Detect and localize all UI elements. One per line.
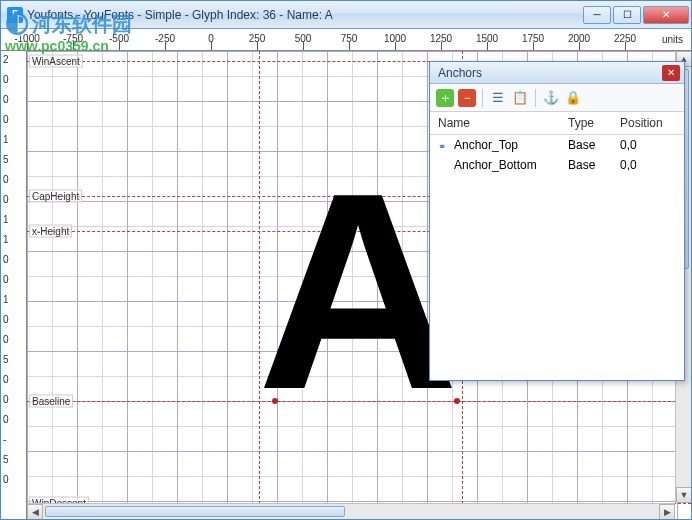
ruler-v-label: 5 (3, 154, 9, 165)
ruler-v-label: 1 (3, 234, 9, 245)
ruler-v-label: 0 (3, 174, 9, 185)
list-icon[interactable]: ☰ (489, 89, 507, 107)
app-window: F Youfonts - YouFonts - Simple - Glyph I… (0, 0, 692, 520)
maximize-button[interactable]: ☐ (613, 6, 641, 24)
anchor-icon[interactable]: ⚓ (542, 89, 560, 107)
ruler-v-label: 1 (3, 134, 9, 145)
scrollbar-horizontal[interactable]: ◀ ▶ (27, 503, 675, 519)
ruler-v-label: 0 (3, 314, 9, 325)
scroll-right-button[interactable]: ▶ (659, 504, 675, 519)
ruler-v-label: 1 (3, 214, 9, 225)
label-xheight: x-Height (29, 225, 72, 238)
panel-body: ⚭Anchor_Top Base 0,0 ⚭Anchor_Bottom Base… (430, 135, 684, 380)
ruler-v-label: 0 (3, 194, 9, 205)
anchor-type: Base (568, 138, 620, 152)
panel-close-button[interactable]: ✕ (662, 65, 680, 81)
col-position[interactable]: Position (620, 116, 676, 130)
link-icon: ⚭ (438, 141, 450, 149)
anchor-position: 0,0 (620, 138, 676, 152)
close-button[interactable]: ✕ (643, 6, 689, 24)
panel-column-headers: Name Type Position (430, 112, 684, 135)
anchor-position: 0,0 (620, 158, 676, 172)
ruler-vertical: 2000150011001005000-50 (1, 51, 27, 519)
anchor-point-left[interactable] (272, 398, 278, 404)
ruler-v-label: 0 (3, 114, 9, 125)
ruler-v-label: 0 (3, 74, 9, 85)
anchor-row[interactable]: ⚭Anchor_Bottom Base 0,0 (430, 155, 684, 175)
ruler-v-label: 0 (3, 254, 9, 265)
label-baseline: Baseline (29, 395, 73, 408)
app-icon: F (7, 7, 23, 23)
anchor-name: Anchor_Top (454, 138, 518, 152)
scroll-down-button[interactable]: ▼ (676, 487, 691, 503)
ruler-v-label: 2 (3, 54, 9, 65)
toolbar-separator-2 (535, 89, 536, 107)
ruler-v-label: 5 (3, 454, 9, 465)
ruler-v-label: 0 (3, 414, 9, 425)
anchor-row[interactable]: ⚭Anchor_Top Base 0,0 (430, 135, 684, 155)
scroll-thumb-h[interactable] (45, 506, 345, 517)
label-winascent: WinAscent (29, 55, 83, 68)
window-buttons: ─ ☐ ✕ (583, 6, 689, 24)
anchors-panel[interactable]: Anchors ✕ ＋ － ☰ 📋 ⚓ 🔒 Name Type Position… (429, 61, 685, 381)
anchor-name: Anchor_Bottom (454, 158, 537, 172)
lock-icon[interactable]: 🔒 (564, 89, 582, 107)
clipboard-icon[interactable]: 📋 (511, 89, 529, 107)
ruler-v-label: - (3, 434, 6, 445)
toolbar-separator (482, 89, 483, 107)
ruler-horizontal: units -1000-750-500-25002505007501000125… (1, 29, 691, 51)
titlebar[interactable]: F Youfonts - YouFonts - Simple - Glyph I… (1, 1, 691, 29)
window-title: Youfonts - YouFonts - Simple - Glyph Ind… (27, 8, 583, 22)
ruler-v-label: 0 (3, 94, 9, 105)
anchor-point-right[interactable] (454, 398, 460, 404)
ruler-v-label: 0 (3, 394, 9, 405)
remove-anchor-icon[interactable]: － (458, 89, 476, 107)
scroll-left-button[interactable]: ◀ (27, 504, 43, 519)
ruler-units: units (662, 34, 683, 45)
ruler-v-label: 0 (3, 274, 9, 285)
panel-titlebar[interactable]: Anchors ✕ (430, 62, 684, 84)
anchor-type: Base (568, 158, 620, 172)
panel-title-text: Anchors (438, 66, 662, 80)
panel-toolbar: ＋ － ☰ 📋 ⚓ 🔒 (430, 84, 684, 112)
ruler-v-label: 0 (3, 334, 9, 345)
label-capheight: CapHeight (29, 190, 82, 203)
ruler-v-label: 0 (3, 474, 9, 485)
add-anchor-icon[interactable]: ＋ (436, 89, 454, 107)
minimize-button[interactable]: ─ (583, 6, 611, 24)
ruler-v-label: 0 (3, 374, 9, 385)
ruler-v-label: 1 (3, 294, 9, 305)
col-type[interactable]: Type (568, 116, 620, 130)
col-name[interactable]: Name (438, 116, 568, 130)
ruler-v-label: 5 (3, 354, 9, 365)
